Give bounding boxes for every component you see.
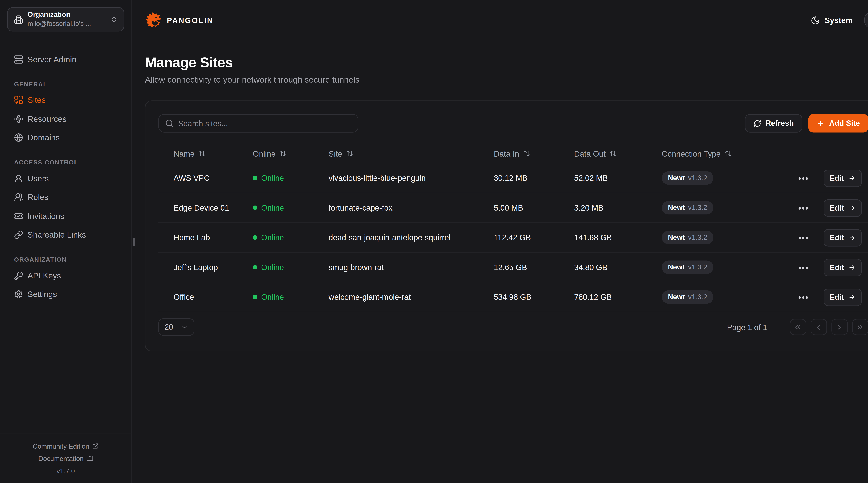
connection-type-badge: Newt v1.3.2 bbox=[662, 201, 713, 215]
arrow-right-icon bbox=[848, 293, 855, 301]
sidebar-item-domains[interactable]: Domains bbox=[7, 128, 124, 147]
column-label: Data Out bbox=[574, 149, 606, 158]
online-status-label: Online bbox=[261, 292, 284, 301]
column-label: Site bbox=[329, 149, 342, 158]
row-menu-button[interactable]: ••• bbox=[798, 203, 809, 212]
data-in-cell: 534.98 GB bbox=[494, 292, 574, 301]
next-page-button[interactable] bbox=[831, 319, 848, 335]
sidebar-item-settings[interactable]: Settings bbox=[7, 285, 124, 303]
edit-button[interactable]: Edit bbox=[824, 258, 862, 276]
community-edition-link[interactable]: Community Edition bbox=[0, 440, 131, 452]
sidebar-item-label: Invitations bbox=[28, 212, 64, 221]
edit-button[interactable]: Edit bbox=[824, 199, 862, 216]
documentation-link[interactable]: Documentation bbox=[0, 452, 131, 465]
first-page-button[interactable] bbox=[790, 319, 806, 335]
connection-type-label: Newt bbox=[668, 293, 685, 301]
avatar[interactable]: M bbox=[864, 11, 868, 29]
edit-label: Edit bbox=[830, 203, 844, 212]
sidebar-item-sites[interactable]: Sites bbox=[7, 91, 124, 109]
edit-button[interactable]: Edit bbox=[824, 288, 862, 306]
org-switcher[interactable]: Organization milo@fossorial.io's ... bbox=[7, 7, 124, 31]
sidebar-nav: Server Admin GENERAL Sites Resources Dom… bbox=[0, 39, 131, 303]
org-switcher-value: milo@fossorial.io's ... bbox=[28, 20, 110, 28]
connection-type-label: Newt bbox=[668, 233, 685, 241]
connection-version-label: v1.3.2 bbox=[688, 293, 707, 301]
data-out-cell: 34.80 GB bbox=[574, 263, 662, 272]
globe-icon bbox=[14, 133, 23, 142]
sidebar-footer: Community Edition Documentation v1.7.0 bbox=[0, 433, 131, 483]
connection-version-label: v1.3.2 bbox=[688, 174, 707, 182]
page-size-value: 20 bbox=[164, 323, 173, 331]
users-icon bbox=[14, 193, 23, 202]
edit-button[interactable]: Edit bbox=[824, 229, 862, 246]
page-size-select[interactable]: 20 bbox=[158, 318, 194, 336]
row-menu-button[interactable]: ••• bbox=[798, 233, 809, 242]
sidebar-item-label: Sites bbox=[28, 96, 45, 105]
site-name-cell: AWS VPC bbox=[158, 173, 253, 183]
column-header-data-in[interactable]: Data In bbox=[494, 149, 574, 158]
theme-toggle[interactable]: System bbox=[810, 15, 852, 25]
column-header-connection-type[interactable]: Connection Type bbox=[662, 149, 798, 158]
sidebar-item-label: API Keys bbox=[28, 271, 61, 280]
refresh-button[interactable]: Refresh bbox=[745, 114, 802, 133]
data-in-cell: 30.12 MB bbox=[494, 173, 574, 183]
online-status-label: Online bbox=[261, 173, 284, 183]
chevron-right-icon bbox=[836, 323, 843, 331]
sidebar-item-label: Users bbox=[28, 174, 49, 183]
search-input[interactable] bbox=[178, 119, 352, 128]
online-status-label: Online bbox=[261, 203, 284, 212]
column-label: Connection Type bbox=[662, 149, 721, 158]
column-header-data-out[interactable]: Data Out bbox=[574, 149, 662, 158]
section-label-access-control: ACCESS CONTROL bbox=[7, 159, 124, 166]
app-version: v1.7.0 bbox=[0, 465, 131, 477]
main-content: PANGOLIN System M Manage Sites Allow con… bbox=[132, 0, 868, 483]
row-menu-button[interactable]: ••• bbox=[798, 174, 809, 182]
brand-logo-link[interactable]: PANGOLIN bbox=[145, 12, 214, 29]
sidebar-item-server-admin[interactable]: Server Admin bbox=[7, 50, 124, 69]
table-row: Jeff's Laptop Online smug-brown-rat 12.6… bbox=[158, 253, 868, 283]
row-menu-button[interactable]: ••• bbox=[798, 263, 809, 271]
last-page-button[interactable] bbox=[852, 319, 868, 335]
sidebar-resize-handle[interactable] bbox=[133, 237, 135, 246]
ticket-check-icon bbox=[14, 212, 23, 221]
sidebar-item-label: Shareable Links bbox=[28, 230, 86, 239]
brand-name: PANGOLIN bbox=[167, 16, 214, 25]
sidebar-item-users[interactable]: Users bbox=[7, 169, 124, 188]
row-menu-button[interactable]: ••• bbox=[798, 293, 809, 301]
sidebar-item-invitations[interactable]: Invitations bbox=[7, 206, 124, 225]
site-slug-cell: vivacious-little-blue-penguin bbox=[329, 173, 494, 183]
pagination-bar: 20 Page 1 of 1 bbox=[158, 318, 868, 336]
connection-type-badge: Newt v1.3.2 bbox=[662, 171, 713, 185]
previous-page-button[interactable] bbox=[810, 319, 827, 335]
building-icon bbox=[14, 15, 23, 24]
row-actions: ••• Edit bbox=[798, 199, 868, 216]
row-actions: ••• Edit bbox=[798, 169, 868, 187]
search-box bbox=[158, 114, 359, 133]
site-name-cell: Edge Device 01 bbox=[158, 203, 253, 212]
column-header-online[interactable]: Online bbox=[253, 149, 329, 158]
sidebar-item-label: Roles bbox=[28, 193, 49, 202]
connection-type-badge: Newt v1.3.2 bbox=[662, 261, 713, 274]
sort-icon bbox=[346, 150, 353, 157]
row-actions: ••• Edit bbox=[798, 288, 868, 306]
topbar-right: System M bbox=[810, 11, 868, 29]
sidebar-item-api-keys[interactable]: API Keys bbox=[7, 266, 124, 285]
data-in-cell: 112.42 GB bbox=[494, 233, 574, 242]
sidebar-item-roles[interactable]: Roles bbox=[7, 188, 124, 206]
data-out-cell: 141.68 GB bbox=[574, 233, 662, 242]
column-header-name[interactable]: Name bbox=[158, 149, 253, 158]
site-slug-cell: smug-brown-rat bbox=[329, 263, 494, 272]
edit-button[interactable]: Edit bbox=[824, 169, 862, 187]
sort-icon bbox=[523, 150, 530, 157]
column-label: Name bbox=[174, 149, 195, 158]
sidebar-item-resources[interactable]: Resources bbox=[7, 109, 124, 128]
table-row: Home Lab Online dead-san-joaquin-antelop… bbox=[158, 223, 868, 253]
connection-version-label: v1.3.2 bbox=[688, 233, 707, 241]
arrow-right-icon bbox=[848, 204, 855, 211]
chevron-down-icon bbox=[181, 323, 188, 331]
table-body: AWS VPC Online vivacious-little-blue-pen… bbox=[158, 163, 868, 312]
sidebar-item-shareable-links[interactable]: Shareable Links bbox=[7, 225, 124, 244]
add-site-button[interactable]: Add Site bbox=[808, 114, 868, 133]
connection-type-label: Newt bbox=[668, 263, 685, 271]
column-header-site[interactable]: Site bbox=[329, 149, 494, 158]
